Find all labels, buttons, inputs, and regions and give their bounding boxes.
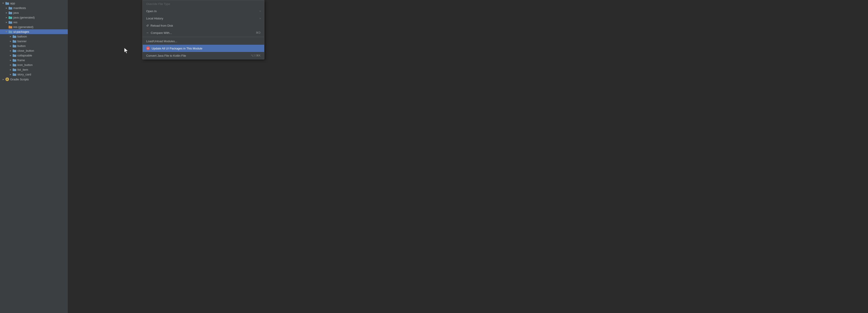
- tree-item-label: button: [18, 44, 26, 48]
- tree-item-banner[interactable]: ►banner: [0, 39, 68, 44]
- menu-item-open-in[interactable]: Open In›: [143, 7, 264, 15]
- tree-item-java-generated[interactable]: ►java (generated): [0, 15, 68, 20]
- tree-arrow[interactable]: ►: [9, 68, 12, 71]
- main-content: Override File TypeOpen In›Local History›…: [68, 0, 868, 313]
- tree-arrow[interactable]: ►: [9, 64, 12, 67]
- svg-rect-18: [13, 45, 14, 45]
- menu-item-convert-java-kotlin[interactable]: Convert Java File to Kotlin File⌥⇧⌘K: [143, 52, 264, 59]
- tree-arrow[interactable]: ►: [9, 73, 12, 76]
- svg-rect-23: [13, 55, 16, 57]
- tree-arrow[interactable]: ►: [9, 59, 12, 62]
- svg-rect-17: [13, 40, 16, 43]
- tree-item-label: java: [13, 11, 19, 14]
- menu-item-local-history[interactable]: Local History›: [143, 15, 264, 22]
- svg-rect-9: [8, 22, 12, 24]
- tree-item-story_card[interactable]: ►story_card: [0, 72, 68, 77]
- tree-item-label: list_item: [18, 68, 28, 71]
- tree-item-label: res (generated): [13, 25, 33, 29]
- menu-item-text: Reload from Disk: [151, 24, 173, 27]
- submenu-arrow-icon: ›: [260, 17, 260, 20]
- tree-item-label: banner: [18, 39, 26, 43]
- svg-rect-5: [8, 12, 12, 14]
- menu-item-label-wrap: Open In: [146, 9, 157, 13]
- tree-arrow[interactable]: ►: [9, 40, 12, 43]
- tree-item-label: story_card: [18, 73, 31, 76]
- folder-icon: [5, 2, 9, 5]
- svg-rect-14: [13, 35, 14, 36]
- tree-item-res-generated[interactable]: res (generated): [0, 25, 68, 29]
- folder-icon: [13, 73, 16, 76]
- tree-arrow[interactable]: ►: [9, 35, 12, 38]
- menu-item-label-wrap: ↺Reload from Disk: [146, 24, 173, 27]
- menu-item-text: Compare With...: [151, 31, 172, 35]
- menu-item-label-wrap: ●Update All UI Packages in This Module: [146, 46, 203, 50]
- tree-item-label: Gradle Scripts: [10, 78, 29, 81]
- tree-item-label: java (generated): [13, 16, 35, 19]
- folder-icon: [8, 26, 12, 29]
- file-tree[interactable]: ►app►manifests►java►java (generated)►res…: [0, 0, 68, 313]
- menu-item-text: Update All UI Packages in This Module: [152, 47, 203, 50]
- tree-item-label: frame: [18, 59, 25, 62]
- svg-rect-13: [8, 31, 12, 33]
- folder-icon: [13, 68, 16, 71]
- menu-shortcut: ⌥⇧⌘K: [251, 54, 260, 57]
- menu-item-text: Override File Type: [146, 2, 170, 6]
- menu-item-load-unload-modules[interactable]: Load/Unload Modules...: [143, 37, 264, 45]
- svg-rect-11: [8, 26, 12, 29]
- tree-arrow[interactable]: ►: [9, 44, 12, 48]
- svg-rect-4: [8, 11, 10, 12]
- tree-item-gradle-scripts[interactable]: ►GGradle Scripts: [0, 77, 68, 82]
- svg-rect-7: [8, 17, 12, 19]
- folder-icon: [13, 35, 16, 38]
- tree-item-ui-packages[interactable]: ►ui-packages: [0, 29, 68, 34]
- tree-item-frame[interactable]: ►frame: [0, 58, 68, 63]
- compare-icon: ↔: [146, 31, 149, 34]
- svg-rect-20: [13, 49, 14, 50]
- update-icon: ●: [146, 46, 150, 50]
- svg-rect-1: [5, 2, 9, 5]
- tree-arrow[interactable]: ►: [9, 54, 12, 57]
- tree-arrow[interactable]: ►: [5, 6, 8, 10]
- tree-item-label: close_button: [18, 49, 34, 53]
- svg-rect-26: [13, 64, 14, 64]
- folder-icon: [13, 64, 16, 67]
- folder-icon: [8, 30, 12, 33]
- menu-item-update-all-ui-packages[interactable]: ●Update All UI Packages in This Module: [143, 45, 264, 52]
- tree-item-close_button[interactable]: ►close_button: [0, 48, 68, 53]
- svg-rect-2: [8, 7, 10, 7]
- tree-item-manifests[interactable]: ►manifests: [0, 6, 68, 10]
- menu-item-reload-from-disk[interactable]: ↺Reload from Disk: [143, 22, 264, 29]
- tree-arrow[interactable]: ►: [2, 78, 5, 81]
- tree-arrow[interactable]: ►: [5, 16, 8, 19]
- tree-item-java[interactable]: ►java: [0, 10, 68, 15]
- tree-item-label: balloon: [18, 35, 27, 38]
- svg-rect-21: [13, 50, 16, 52]
- submenu-arrow-icon: ›: [260, 9, 260, 13]
- svg-rect-19: [13, 45, 16, 47]
- tree-item-balloon[interactable]: ►balloon: [0, 34, 68, 39]
- tree-arrow[interactable]: ►: [9, 49, 12, 53]
- tree-item-button[interactable]: ►button: [0, 44, 68, 48]
- folder-icon: [8, 6, 12, 10]
- menu-item-compare-with[interactable]: ↔Compare With...⌘D: [143, 29, 264, 36]
- tree-item-collapsable[interactable]: ►collapsable: [0, 53, 68, 58]
- tree-item-label: icon_button: [18, 63, 33, 67]
- svg-rect-24: [13, 59, 14, 59]
- folder-icon: [13, 54, 16, 57]
- menu-item-label-wrap: ↔Compare With...: [146, 31, 172, 35]
- svg-rect-29: [13, 69, 16, 71]
- tree-item-icon_button[interactable]: ►icon_button: [0, 63, 68, 67]
- tree-item-list_item[interactable]: ►list_item: [0, 67, 68, 72]
- tree-item-res[interactable]: ►res: [0, 20, 68, 25]
- tree-item-label: manifests: [13, 6, 26, 10]
- folder-icon: [13, 44, 16, 48]
- menu-item-text: Local History: [146, 17, 163, 20]
- tree-arrow[interactable]: ►: [5, 11, 8, 14]
- tree-arrow[interactable]: ►: [5, 21, 8, 24]
- tree-item-app[interactable]: ►app: [0, 1, 68, 6]
- folder-icon: [8, 11, 12, 14]
- tree-arrow[interactable]: ►: [2, 2, 5, 5]
- svg-rect-27: [13, 64, 16, 66]
- tree-arrow[interactable]: ►: [5, 30, 8, 33]
- context-menu: Override File TypeOpen In›Local History›…: [143, 0, 265, 59]
